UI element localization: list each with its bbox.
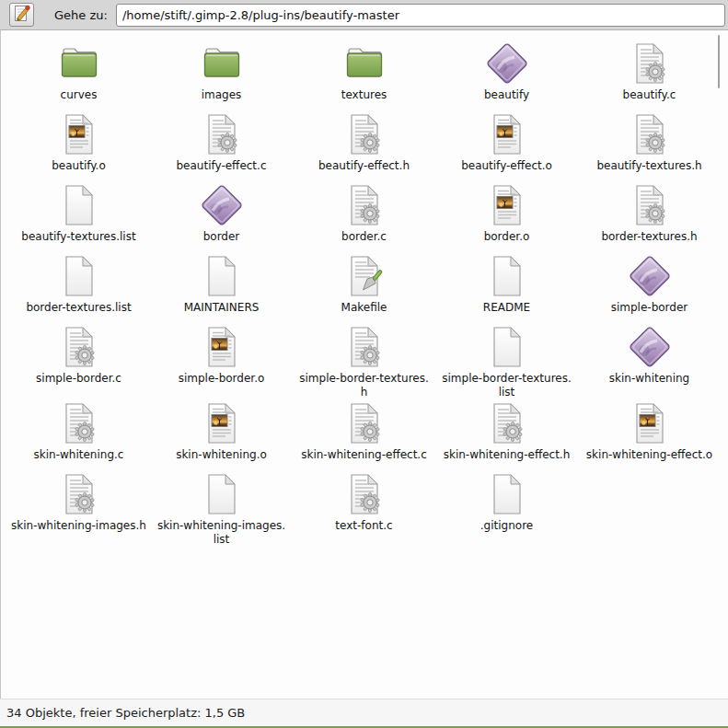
file-label: simple-border-textures.h [296,372,433,399]
file-item[interactable]: simple-border-textures.h [293,323,435,399]
file-item[interactable]: skin-whitening [578,323,721,399]
source-code-gear-icon [628,41,672,86]
file-item[interactable]: border.o [435,181,578,252]
file-label: images [202,88,242,102]
file-manager-window: Gehe zu: curvesimagestexturesbeautifybea… [0,0,728,728]
file-label: skin-whitening-effect.o [586,448,712,462]
file-label: simple-border [611,301,688,315]
executable-diamond-icon [485,41,529,86]
file-label: curves [61,88,98,102]
file-label: beautify [484,88,529,102]
object-file-icon [485,112,529,156]
executable-diamond-icon [200,183,244,227]
file-label: border [203,230,240,244]
file-label: Makefile [341,301,387,315]
file-grid: curvesimagestexturesbeautifybeautify.cbe… [1,30,728,547]
file-label: simple-border.c [36,372,121,386]
file-item[interactable]: simple-border.c [7,323,150,399]
file-item[interactable]: skin-whitening.o [150,399,293,470]
object-file-icon [57,112,101,156]
file-label: border.c [341,230,387,244]
file-item[interactable]: border.c [293,181,435,252]
file-item[interactable]: beautify-effect.h [293,110,435,181]
file-label: skin-whitening-effect.c [301,448,427,462]
file-label: .gitignore [480,519,533,533]
folder-icon [57,41,101,86]
file-item[interactable]: text-font.c [293,470,435,547]
text-document-icon [200,472,244,516]
file-label: beautify-effect.c [177,159,267,173]
file-item[interactable]: skin-whitening-images.h [7,470,150,547]
file-item[interactable]: skin-whitening.c [7,399,150,470]
file-label: border.o [484,230,530,244]
file-label: skin-whitening-effect.h [444,448,571,462]
file-item[interactable]: .gitignore [435,470,578,547]
file-item[interactable]: beautify.o [7,110,150,181]
source-code-gear-icon [628,112,672,156]
file-label: simple-border-textures.list [439,372,575,399]
edit-location-button[interactable] [9,3,34,27]
makefile-trowel-icon [342,254,387,298]
file-label: beautify.o [52,159,106,173]
file-item[interactable]: skin-whitening-images.list [150,470,293,547]
object-file-icon [485,183,529,227]
status-bar: 34 Objekte, freier Speicherplatz: 1,5 GB [0,699,728,726]
file-item[interactable]: Makefile [293,252,435,323]
file-item[interactable]: simple-border [578,252,721,323]
file-label: skin-whitening.c [34,448,124,462]
edit-pencil-icon [12,4,32,27]
source-code-gear-icon [57,401,101,445]
source-code-gear-icon [200,112,244,156]
file-item[interactable]: README [435,252,578,323]
file-item[interactable]: border [150,181,293,252]
file-item[interactable]: simple-border-textures.list [435,323,578,399]
location-path-input[interactable] [116,4,725,27]
file-label: beautify.c [623,88,676,102]
file-label: beautify-effect.h [318,159,410,173]
location-toolbar: Gehe zu: [0,0,728,30]
file-label: beautify-textures.h [596,159,701,173]
text-document-icon [485,254,529,298]
file-item[interactable]: beautify-textures.list [7,181,150,252]
file-label: skin-whitening-images.list [154,519,290,547]
file-item[interactable]: simple-border.o [150,323,293,399]
source-code-gear-icon [628,183,672,227]
executable-diamond-icon [628,254,672,298]
file-item[interactable]: border-textures.list [7,252,150,323]
file-item[interactable]: skin-whitening-effect.c [293,399,435,470]
icon-view[interactable]: curvesimagestexturesbeautifybeautify.cbe… [0,30,728,699]
file-item[interactable]: beautify.c [578,40,721,110]
file-item[interactable]: curves [7,40,150,110]
source-code-gear-icon [342,401,387,445]
source-code-gear-icon [57,325,101,369]
file-item[interactable]: beautify [435,40,578,110]
file-label: border-textures.h [601,230,697,244]
object-file-icon [628,401,672,445]
file-item[interactable]: skin-whitening-effect.o [578,399,721,470]
folder-icon [200,41,244,86]
source-code-gear-icon [485,401,529,445]
executable-diamond-icon [628,325,672,369]
text-document-icon [485,325,529,369]
text-document-icon [57,183,101,227]
file-item[interactable]: border-textures.h [578,181,721,252]
file-item[interactable]: images [150,40,293,110]
file-item[interactable]: skin-whitening-effect.h [435,399,578,470]
source-code-gear-icon [57,472,101,516]
file-label: README [483,301,530,315]
file-item[interactable]: beautify-textures.h [578,110,721,181]
status-text: 34 Objekte, freier Speicherplatz: 1,5 GB [6,706,245,720]
goto-label: Gehe zu: [54,8,108,22]
file-label: textures [341,88,387,102]
vertical-scrollbar-thumb[interactable] [718,35,720,88]
object-file-icon [200,401,244,445]
file-item[interactable]: textures [293,40,435,110]
file-item[interactable]: beautify-effect.o [435,110,578,181]
text-document-icon [485,472,529,516]
file-label: simple-border.o [179,372,265,386]
file-item[interactable]: MAINTAINERS [150,252,293,323]
text-document-icon [200,254,244,298]
file-label: MAINTAINERS [184,301,260,315]
file-item[interactable]: beautify-effect.c [150,110,293,181]
file-label: beautify-textures.list [21,230,135,244]
